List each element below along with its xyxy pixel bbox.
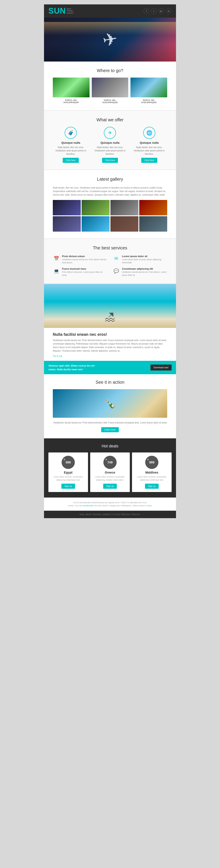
deal-signup-button-2[interactable]: Sign up (103, 484, 117, 489)
offer-text-3: Nulla facilisi. Aen nec eros. Vestibulum… (131, 146, 167, 156)
services-title: The best services (53, 245, 167, 250)
service-desc-3: Proin dictum eniat ante. Lorem ipsum dol… (62, 271, 107, 277)
offer-item-2: ✈ Quisque nulla Nulla facilisi. Aen nec … (92, 127, 128, 163)
beach-section: 🏖 Nulla facilisi enean nec eros! Vestibu… (44, 284, 176, 361)
banner-line1: Vivamus eget nibh. Etiam cursus leo vel (48, 364, 94, 367)
action-image: 🍾 (53, 389, 167, 418)
destination-caption-1: PORTA VEL SCELERISQUE (53, 99, 89, 103)
service-text-4: Constetuaer adipiscing elit Vestibulum s… (122, 268, 167, 277)
offer-item-1: 🧳 Quisque nulla Nulla facilisi. Aen nec … (53, 127, 89, 163)
service-icon-2: ✉ (113, 255, 120, 262)
download-button[interactable]: Download now! (150, 365, 172, 371)
service-title-3: Fusce eiusmod riseu (62, 268, 107, 270)
deal-signup-button-3[interactable]: Sign up (145, 484, 159, 489)
dollar-sign-2: $ (106, 458, 107, 461)
service-item-1: 📅 Proin dictum entum Vestibulum saculis … (53, 255, 107, 264)
offer-button-2[interactable]: Click here (102, 158, 118, 163)
service-item-3: 💻 Fusce eiusmod riseu Proin dictum eniat… (53, 268, 107, 277)
offer-text-1: Nulla facilisi. Aen nec eros. Vestibulum… (53, 146, 89, 156)
destination-3: PORTA VEL SCELERISQUE (131, 78, 167, 103)
offer-button-1[interactable]: Click here (63, 158, 79, 163)
unsubscribe-link[interactable]: unsubscribe (82, 504, 93, 507)
gallery-title: Latest gallery (53, 177, 167, 182)
gallery-thumb-2 (82, 200, 110, 215)
offer-icon-1: 🧳 (65, 127, 77, 139)
gallery-thumb-7 (110, 216, 138, 231)
learn-more-button[interactable]: Learn more (101, 427, 118, 432)
deal-signup-button-1[interactable]: Sign up (61, 484, 75, 489)
try-link[interactable]: Try it out (53, 355, 62, 357)
service-title-1: Proin dictum entum (62, 255, 107, 257)
deal-destination-3: Maldives (134, 471, 169, 474)
deal-price-3: $ 999 (145, 456, 158, 469)
deal-card-3: $ 999 Maldives Lorem dolor sit amet, con… (132, 453, 172, 492)
destination-1: PORTA VEL SCELERISQUE (53, 78, 89, 103)
logo-text: SUN (48, 7, 66, 15)
destination-2: PORTA VEL SCELERISQUE (92, 78, 129, 103)
logo-tagline: BEST TRAVEL AGENCY (67, 8, 74, 14)
where-to-go-title: Where to go? (53, 68, 167, 73)
linkedin-icon[interactable]: in (166, 8, 172, 14)
destination-img-1 (53, 78, 89, 97)
dollar-sign-1: $ (64, 458, 65, 461)
footer-bar-text: SUN. BEST TRAVEL AGENCY © 2014 PRIVACY P… (80, 513, 141, 516)
offer-icon-3: 🌐 (143, 127, 155, 139)
service-text-1: Proin dictum entum Vestibulum saculis la… (62, 255, 107, 264)
service-text-2: Lorem ipsum dolor sit Lorem ipsum dolor … (122, 255, 167, 264)
offer-title-3: Quisque nulla (131, 141, 167, 144)
deal-destination-1: Egypt (51, 471, 86, 474)
social-icons: f t g+ in (143, 8, 172, 14)
beach-content: Nulla facilisi enean nec eros! Vestibulu… (44, 328, 176, 361)
deals-grid: $ 599 Egypt Lorem dolor sit amet, consec… (48, 453, 172, 492)
header: SUN BEST TRAVEL AGENCY f t g+ in (44, 4, 176, 18)
footer-here-link[interactable]: here (147, 504, 152, 507)
destinations-grid: PORTA VEL SCELERISQUE PORTA VEL SCELERIS… (53, 78, 167, 103)
deal-destination-2: Greece (92, 471, 128, 474)
google-plus-icon[interactable]: g+ (158, 8, 164, 14)
destination-img-2 (92, 78, 129, 97)
service-desc-4: Vestibulum saculis lacinia est. Proin di… (122, 271, 167, 277)
deal-desc-1: Lorem dolor sit amet, consectetur adipis… (51, 475, 86, 482)
gallery-thumb-5 (53, 216, 81, 231)
gallery-thumb-6 (82, 216, 110, 231)
service-desc-2: Lorem ipsum dolor sit amet, tetuer adipi… (122, 258, 167, 264)
twitter-icon[interactable]: t (151, 8, 157, 14)
gallery-intro: Nulla facilisi. Aen nec eros. Vestibulum… (53, 186, 167, 197)
best-services-section: The best services 📅 Proin dictum entum V… (44, 239, 176, 283)
where-to-go-section: Where to go? PORTA VEL SCELERISQUE PORTA… (44, 62, 176, 110)
gallery-thumb-3 (110, 200, 138, 215)
service-item-2: ✉ Lorem ipsum dolor sit Lorem ipsum dolo… (113, 255, 167, 264)
hot-deals-section: Hot deals $ 599 Egypt Lorem dolor sit am… (44, 438, 176, 497)
gallery-grid (53, 200, 167, 231)
service-icon-1: 📅 (53, 255, 60, 262)
footer-bar: SUN. BEST TRAVEL AGENCY © 2014 PRIVACY P… (44, 511, 176, 518)
gallery-thumb-1 (53, 200, 81, 215)
logo-block: SUN BEST TRAVEL AGENCY (48, 7, 74, 15)
deal-card-1: $ 599 Egypt Lorem dolor sit amet, consec… (48, 453, 88, 492)
bottle-icon: 🍾 (105, 398, 115, 409)
service-desc-1: Vestibulum saculis lacinia est. Proin di… (62, 258, 107, 264)
what-we-offer-title: What we offer (53, 117, 167, 122)
deal-card-2: $ 749 Greece Lorem dolor sit amet, conse… (90, 453, 130, 492)
offer-item-3: 🌐 Quisque nulla Nulla facilisi. Aen nec … (131, 127, 167, 163)
action-title: See it in action (53, 380, 167, 385)
download-banner: Vivamus eget nibh. Etiam cursus leo vel … (44, 361, 176, 374)
deal-price-1: $ 599 (62, 456, 75, 469)
service-item-4: 💬 Constetuaer adipiscing elit Vestibulum… (113, 268, 167, 277)
facebook-icon[interactable]: f (143, 8, 149, 14)
offer-button-3[interactable]: Click here (141, 158, 157, 163)
service-icon-3: 💻 (53, 268, 60, 275)
beach-image: 🏖 (44, 284, 176, 328)
deal-desc-2: Lorem dolor sit amet, consectetur adipis… (92, 475, 128, 482)
offer-icon-2: ✈ (104, 127, 116, 139)
action-text: Vestibulum iaculis lacinia est. Proin di… (53, 421, 167, 425)
beach-text: Vestibulum iaculis lacinia est. Proin di… (53, 339, 167, 353)
service-icon-4: 💬 (113, 268, 120, 275)
footer-note-text: You're receiving this email because you … (53, 501, 167, 507)
offer-grid: 🧳 Quisque nulla Nulla facilisi. Aen nec … (53, 127, 167, 163)
beach-title: Nulla facilisi enean nec eros! (53, 332, 167, 337)
service-title-2: Lorem ipsum dolor sit (122, 255, 167, 257)
beach-chairs-icon: 🏖 (105, 311, 115, 323)
offer-text-2: Nulla facilisi. Aen nec eros. Vestibulum… (92, 146, 128, 156)
banner-text: Vivamus eget nibh. Etiam cursus leo vel … (48, 364, 150, 371)
